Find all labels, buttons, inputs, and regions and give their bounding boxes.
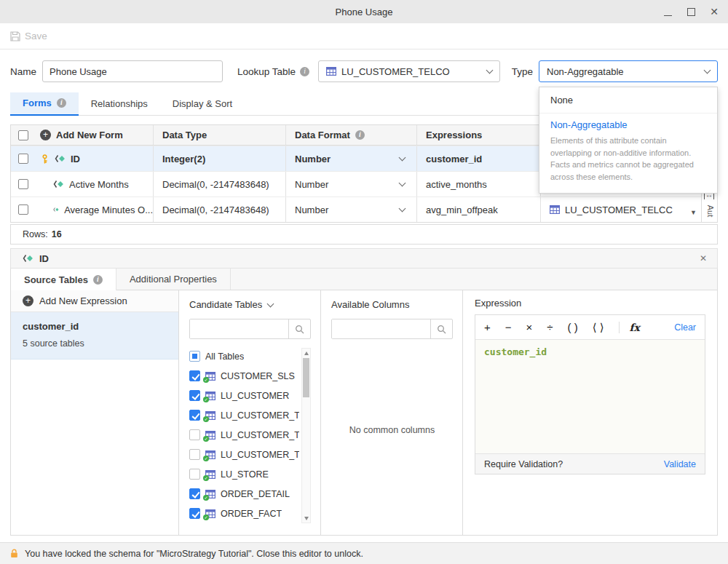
- forms-info-icon[interactable]: [57, 98, 66, 108]
- candidate-table-row[interactable]: LU_CUSTOMER_T: [189, 405, 299, 425]
- search-icon[interactable]: [430, 319, 452, 338]
- minus-operator-button[interactable]: −: [505, 321, 512, 333]
- tab-relationships[interactable]: Relationships: [79, 92, 160, 115]
- candidate-table-row[interactable]: LU_STORE: [189, 464, 299, 484]
- scrollbar-thumb[interactable]: [303, 358, 309, 397]
- scroll-down-icon[interactable]: [302, 514, 310, 523]
- candidate-search: [189, 319, 311, 339]
- maximize-icon[interactable]: [686, 7, 696, 17]
- tab-forms[interactable]: Forms: [10, 92, 79, 116]
- angle-brackets-button[interactable]: ⟨ ⟩: [593, 321, 604, 334]
- plus-circle-icon: [23, 295, 33, 306]
- col-data-type: Data Type: [153, 125, 285, 145]
- candidate-table-row[interactable]: ORDER_DETAIL: [189, 484, 299, 504]
- form-row-average-minutes[interactable]: Average Minutes O... Decimal(0, -2147483…: [11, 196, 701, 222]
- table-check-icon: [205, 411, 215, 420]
- candidate-table-row[interactable]: ORDER_FACT: [189, 504, 299, 523]
- scroll-up-icon[interactable]: [302, 349, 310, 357]
- checkbox-checked[interactable]: [189, 390, 200, 401]
- row-checkbox[interactable]: [18, 179, 28, 189]
- divide-operator-button[interactable]: ÷: [547, 321, 553, 333]
- checkbox-checked[interactable]: [189, 508, 200, 519]
- type-option-label: Non-Aggregatable: [550, 119, 706, 130]
- attribute-form-icon: [55, 154, 66, 163]
- expression-list-item-selected[interactable]: customer_id 5 source tables: [11, 312, 178, 360]
- parentheses-button[interactable]: ( ): [568, 321, 578, 333]
- scroll-down-icon[interactable]: ▼: [690, 209, 697, 216]
- tab-relationships-label: Relationships: [91, 98, 148, 109]
- minimize-icon[interactable]: [662, 7, 673, 17]
- clear-link[interactable]: Clear: [674, 322, 696, 333]
- checkbox-checked[interactable]: [189, 410, 200, 421]
- checkbox-unchecked[interactable]: [189, 429, 200, 440]
- col-expressions: Expressions: [416, 125, 540, 145]
- type-dropdown-menu: None Non-Aggregatable Elements of this a…: [539, 87, 718, 194]
- expression-code-area[interactable]: customer_id: [475, 340, 705, 453]
- type-option-none[interactable]: None: [539, 87, 717, 113]
- table-check-icon: [205, 490, 215, 499]
- candidate-table-list: All Tables CUSTOMER_SLS LU_CUSTOMER LU_C…: [189, 346, 311, 523]
- lookup-info-icon[interactable]: [300, 67, 309, 76]
- row-checkbox[interactable]: [18, 154, 28, 164]
- candidate-table-row[interactable]: LU_CUSTOMER_T: [189, 425, 299, 445]
- search-icon[interactable]: [288, 319, 310, 338]
- table-grid-icon: [550, 205, 560, 214]
- detail-tabs: Source Tables Additional Properties: [10, 269, 718, 290]
- checkbox-unchecked[interactable]: [189, 469, 200, 480]
- expression-title: Expression: [475, 298, 705, 309]
- plus-operator-button[interactable]: +: [484, 321, 491, 333]
- tab-source-tables[interactable]: Source Tables: [11, 269, 116, 291]
- add-new-form-button[interactable]: Add New Form: [36, 125, 153, 145]
- candidate-tables-title[interactable]: Candidate Tables: [189, 299, 311, 310]
- checkbox-unchecked[interactable]: [189, 449, 200, 460]
- available-columns-search-input[interactable]: [332, 319, 430, 338]
- chevron-down-icon: [704, 67, 711, 74]
- data-format-dropdown[interactable]: Number: [285, 197, 416, 222]
- type-option-non-aggregatable[interactable]: Non-Aggregatable Elements of this attrib…: [539, 113, 717, 193]
- candidate-all-tables[interactable]: All Tables: [189, 346, 299, 366]
- row-checkbox[interactable]: [18, 204, 28, 215]
- add-new-form-label: Add New Form: [56, 130, 123, 140]
- data-format-info-icon[interactable]: [355, 130, 365, 140]
- checkbox-checked[interactable]: [189, 370, 200, 381]
- available-columns-search: [331, 319, 453, 339]
- candidate-table-row[interactable]: LU_CUSTOMER: [189, 386, 299, 405]
- lookup-table-select[interactable]: LU_CUSTOMER_TELCO: [318, 60, 500, 82]
- data-format-dropdown[interactable]: Number: [285, 146, 416, 171]
- name-input[interactable]: [42, 60, 223, 82]
- candidate-table-row[interactable]: CUSTOMER_SLS: [189, 366, 299, 386]
- close-icon[interactable]: ✕: [709, 7, 719, 17]
- require-validation-label: Require Validation?: [484, 459, 563, 469]
- add-new-expression-button[interactable]: Add New Expression: [11, 290, 178, 312]
- title-bar: Phone Usage ✕: [0, 0, 728, 23]
- rows-count: 16: [52, 229, 62, 239]
- checkbox-checked[interactable]: [189, 488, 200, 499]
- function-fx-button[interactable]: fx: [630, 322, 640, 333]
- tab-display-sort-label: Display & Sort: [173, 98, 232, 109]
- scrollbar[interactable]: [301, 348, 311, 523]
- save-button[interactable]: Save: [10, 31, 47, 41]
- candidate-search-input[interactable]: [190, 319, 288, 338]
- type-select[interactable]: Non-Aggregatable: [539, 60, 718, 82]
- tab-additional-properties[interactable]: Additional Properties: [116, 269, 231, 290]
- candidate-table-row[interactable]: LU_CUSTOMER_T: [189, 445, 299, 464]
- form-source-table: LU_CUSTOMER_TELCC ▼: [540, 197, 701, 222]
- tab-display-sort[interactable]: Display & Sort: [160, 92, 245, 115]
- attribute-form-icon: [53, 180, 64, 188]
- multiply-operator-button[interactable]: ×: [526, 321, 533, 333]
- save-toolbar: Save: [0, 23, 728, 49]
- data-format-dropdown[interactable]: Number: [285, 172, 416, 196]
- select-all-checkbox[interactable]: [18, 130, 28, 140]
- rows-count-bar: Rows: 16: [10, 224, 718, 245]
- validate-link[interactable]: Validate: [664, 459, 696, 469]
- type-group: Type Non-Aggregatable: [512, 60, 718, 82]
- toolbar-divider: [619, 322, 620, 333]
- table-check-icon: [205, 470, 215, 479]
- window-title: Phone Usage: [336, 7, 393, 17]
- close-detail-icon[interactable]: ✕: [700, 253, 707, 263]
- expression-editor: + − × ÷ ( ) ⟨ ⟩ fx Clear customer_id Req…: [475, 314, 705, 474]
- checkbox-indeterminate[interactable]: [189, 351, 200, 362]
- form-data-type: Decimal(0, -2147483648): [153, 197, 285, 222]
- detail-panel-header: ID ✕: [10, 248, 718, 269]
- source-tables-info-icon[interactable]: [93, 275, 103, 285]
